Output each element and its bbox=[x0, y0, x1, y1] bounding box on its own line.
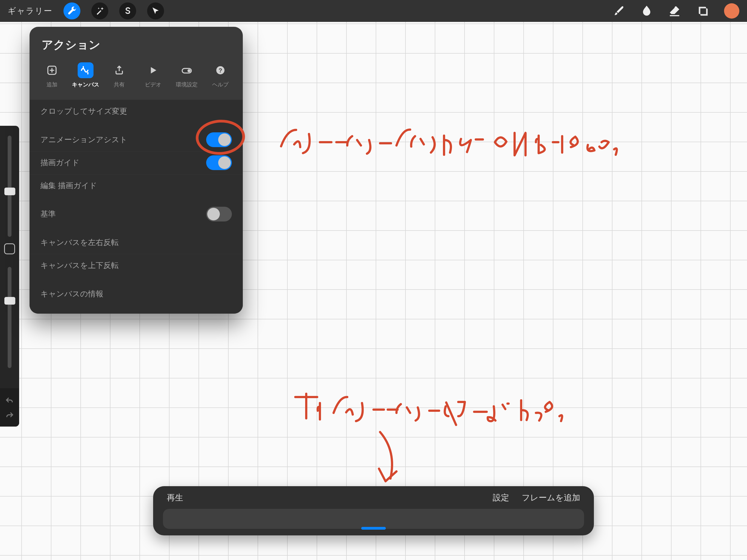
tab-label: ビデオ bbox=[145, 81, 161, 88]
row-label: 描画ガイド bbox=[41, 157, 80, 168]
tab-canvas[interactable]: キャンバス bbox=[70, 59, 101, 94]
play-icon bbox=[148, 65, 159, 76]
add-icon bbox=[47, 65, 57, 76]
tab-label: ヘルプ bbox=[212, 81, 229, 88]
row-edit-drawing-guide[interactable]: 編集 描画ガイド bbox=[29, 174, 243, 197]
handwriting-annotation-1 bbox=[279, 123, 662, 168]
canvas-icon bbox=[80, 65, 91, 76]
row-label: キャンバスの情報 bbox=[41, 289, 103, 299]
animbar-add-frame-button[interactable]: フレームを追加 bbox=[522, 492, 580, 503]
help-icon: ? bbox=[215, 65, 226, 76]
erase-tool-button[interactable] bbox=[668, 5, 681, 17]
brush-opacity-knob[interactable] bbox=[4, 297, 15, 305]
layers-button[interactable] bbox=[696, 5, 709, 17]
tab-help[interactable]: ? ヘルプ bbox=[205, 59, 236, 94]
smudge-icon bbox=[640, 5, 653, 17]
wrench-icon bbox=[67, 6, 77, 16]
row-label: キャンバスを左右反転 bbox=[41, 237, 119, 248]
row-canvas-info[interactable]: キャンバスの情報 bbox=[29, 282, 243, 305]
layers-icon bbox=[696, 5, 709, 17]
tab-video[interactable]: ビデオ bbox=[137, 59, 169, 94]
tab-label: キャンバス bbox=[72, 81, 99, 88]
brush-icon bbox=[613, 5, 625, 17]
tab-label: 環境設定 bbox=[176, 81, 198, 88]
toggle-reference[interactable] bbox=[206, 207, 232, 222]
redo-icon[interactable] bbox=[5, 410, 14, 419]
actions-tabstrip: 追加 キャンバス 共有 ビデオ 環境設定 ? ヘルプ bbox=[29, 57, 243, 94]
row-flip-vertical[interactable]: キャンバスを上下反転 bbox=[29, 254, 243, 277]
brush-size-slider[interactable] bbox=[8, 136, 11, 237]
actions-panel: アクション 追加 キャンバス 共有 ビデオ 環境設定 ? ヘルプ クロップしてサ… bbox=[29, 27, 243, 314]
prefs-toggle-icon bbox=[181, 65, 192, 76]
tab-add[interactable]: 追加 bbox=[36, 59, 68, 94]
share-icon bbox=[114, 65, 125, 76]
adjustments-button[interactable] bbox=[91, 2, 108, 19]
brush-tool-button[interactable] bbox=[613, 5, 625, 17]
animbar-settings-button[interactable]: 設定 bbox=[493, 492, 509, 503]
selection-button[interactable] bbox=[119, 2, 136, 19]
arrow-cursor-icon bbox=[151, 6, 160, 16]
smudge-tool-button[interactable] bbox=[640, 5, 653, 17]
row-drawing-guide[interactable]: 描画ガイド bbox=[29, 151, 243, 174]
gallery-button[interactable]: ギャラリー bbox=[8, 5, 52, 17]
animbar-handle[interactable] bbox=[361, 527, 386, 530]
undo-redo-group bbox=[0, 388, 19, 427]
row-label: 基準 bbox=[41, 209, 56, 219]
row-flip-horizontal[interactable]: キャンバスを左右反転 bbox=[29, 231, 243, 254]
tab-label: 追加 bbox=[47, 81, 57, 88]
brush-opacity-slider[interactable] bbox=[8, 267, 11, 368]
color-swatch-button[interactable] bbox=[724, 3, 739, 19]
tab-share[interactable]: 共有 bbox=[103, 59, 135, 94]
animation-bar: 再生 設定 フレームを追加 bbox=[153, 486, 594, 535]
row-label: キャンバスを上下反転 bbox=[41, 260, 119, 271]
brush-size-knob[interactable] bbox=[4, 187, 15, 195]
modify-button[interactable] bbox=[4, 244, 15, 254]
row-label: アニメーションアシスト bbox=[41, 134, 127, 145]
tab-label: 共有 bbox=[114, 81, 125, 88]
svg-text:?: ? bbox=[218, 67, 222, 74]
actions-wrench-button[interactable] bbox=[63, 2, 80, 19]
tab-prefs[interactable]: 環境設定 bbox=[171, 59, 203, 94]
row-label: クロップしてサイズ変更 bbox=[41, 106, 127, 117]
row-reference[interactable]: 基準 bbox=[29, 203, 243, 226]
transform-button[interactable] bbox=[147, 2, 164, 19]
animbar-timeline[interactable] bbox=[163, 509, 584, 529]
row-crop-resize[interactable]: クロップしてサイズ変更 bbox=[29, 100, 243, 123]
top-toolbar: ギャラリー bbox=[0, 0, 747, 22]
eraser-icon bbox=[668, 5, 681, 17]
animbar-play-button[interactable]: 再生 bbox=[167, 492, 183, 503]
actions-title: アクション bbox=[29, 27, 243, 57]
toggle-drawing-guide[interactable] bbox=[206, 155, 232, 170]
row-label: 編集 描画ガイド bbox=[41, 180, 97, 191]
wand-icon bbox=[95, 6, 104, 16]
s-icon bbox=[123, 6, 132, 16]
svg-point-2 bbox=[187, 69, 190, 72]
undo-icon[interactable] bbox=[5, 396, 14, 405]
handwriting-annotation-2 bbox=[290, 391, 591, 490]
side-slider-panel bbox=[0, 126, 19, 427]
